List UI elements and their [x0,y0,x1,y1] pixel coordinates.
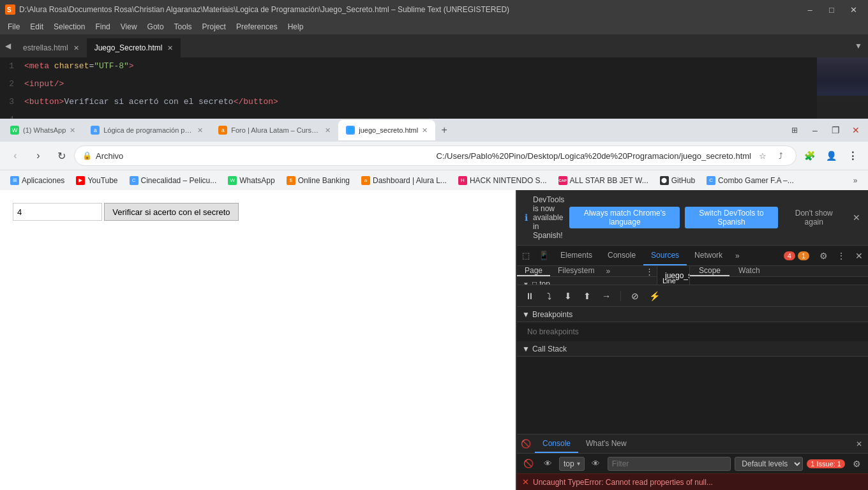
close-logica-tab[interactable]: ✕ [197,126,203,135]
match-language-button[interactable]: Always match Chrome's language [569,207,680,228]
chrome-nav-bar: ‹ › ↻ 🔒 Archivo C:/Users/Pablo%20Pino/De… [0,142,868,170]
bookmark-hack-nintendo[interactable]: H HACK NINTENDO S... [453,173,552,188]
devtools-inspect-icon[interactable]: ⬚ [517,246,535,265]
bookmark-banking[interactable]: $ Online Banking [281,173,355,188]
menu-edit[interactable]: Edit [25,21,49,33]
tab-estrellas[interactable]: estrellas.html ✕ [15,38,87,57]
devtools-more-button[interactable]: ⋮ [832,246,850,265]
console-clear-btn[interactable]: 🚫 [521,456,536,471]
minimize-button[interactable]: – [800,3,819,16]
clear-console-button[interactable]: 🚫 [517,434,535,453]
tab-elements[interactable]: Elements [553,246,600,265]
chrome-restore-btn[interactable]: ❐ [826,121,845,139]
sources-left-menu[interactable]: ⋮ [641,266,657,276]
devtools-device-icon[interactable]: 📱 [535,246,553,265]
reload-button[interactable]: ↻ [51,145,71,166]
bottom-panel: ▼ Breakpoints No breakpoints ▼ Call Stac… [517,306,868,434]
scope-tab[interactable]: Scope [690,266,730,276]
step-over-button[interactable]: ⤵ [541,288,557,304]
pause-exceptions-button[interactable]: ⚡ [647,288,662,304]
tab-left-arrow[interactable]: ◀ [0,34,15,57]
chrome-tab-whatsapp[interactable]: W (1) WhatsApp ✕ [3,120,83,140]
menu-selection[interactable]: Selection [49,21,90,33]
breakpoints-header[interactable]: ▼ Breakpoints [517,307,868,322]
call-stack-label: Call Stack [532,345,567,353]
bookmark-cinecalidad[interactable]: C Cinecalidad – Pelicu... [124,173,222,188]
forward-button[interactable]: › [28,145,49,166]
close-button[interactable]: ✕ [844,3,863,16]
close-console-button[interactable]: ✕ [850,434,868,453]
bookmarks-overflow-button[interactable]: » [848,173,863,188]
tree-item-top[interactable]: ▼ □ top [517,277,657,285]
bookmark-youtube[interactable]: ▶ YouTube [71,173,123,188]
devtools-settings-button[interactable]: ⚙ [814,246,832,265]
devtools-tab-bar: ⬚ 📱 Elements Console Sources Network » 4… [517,246,868,266]
devtools-more-tabs[interactable]: » [730,246,745,265]
menu-tools[interactable]: Tools [169,21,197,33]
whats-new-tab[interactable]: What's New [578,434,634,453]
close-whatsapp-tab[interactable]: ✕ [70,126,75,135]
menu-project[interactable]: Project [197,21,231,33]
share-button[interactable]: ⤴ [773,148,788,163]
bookmark-allstar[interactable]: CAP ALL STAR BB JET W... [553,173,654,188]
watch-tab[interactable]: Watch [730,266,769,276]
chrome-minimize-btn[interactable]: – [805,121,825,139]
back-button[interactable]: ‹ [5,145,26,166]
close-foro-tab[interactable]: ✕ [325,126,331,135]
step-out-button[interactable]: ⬆ [580,288,595,304]
tab-close-juego[interactable]: ✕ [167,44,173,52]
tab-network[interactable]: Network [687,246,730,265]
menu-goto[interactable]: Goto [142,21,169,33]
pause-button[interactable]: ⏸ [522,288,537,304]
chrome-tab-logica[interactable]: a Lógica de programación parte 2: ✕ [83,120,211,140]
console-level-select[interactable]: Default levels [735,457,803,471]
chrome-menu-button[interactable]: ⋮ [842,145,863,166]
close-juego-tab[interactable]: ✕ [422,126,428,135]
page-tab[interactable]: Page [517,266,550,276]
debugger-right-panel: Scope Watch Not paused [689,266,868,285]
chrome-tab-juego[interactable]: 🌐 juego_secreto.html ✕ [338,120,435,140]
console-eye-btn[interactable]: 👁 [540,456,555,471]
devtools-close-button[interactable]: ✕ [850,246,868,265]
chrome-close-btn[interactable]: ✕ [846,121,865,139]
menu-preferences[interactable]: Preferences [231,21,283,33]
extensions-button[interactable]: 🧩 [799,145,819,166]
close-banner-button[interactable]: ✕ [853,212,860,223]
top-level-selector[interactable]: top ▾ [559,457,585,471]
bookmark-whatsapp[interactable]: W WhatsApp [223,173,280,188]
bookmark-github[interactable]: ⬤ GitHub [655,173,700,188]
chrome-ext-btn[interactable]: ⊞ [785,121,804,139]
bookmark-aplicaciones[interactable]: ⊞ Aplicaciones [5,173,70,188]
maximize-button[interactable]: □ [822,3,841,16]
console-filter-input[interactable] [608,457,731,471]
console-settings-eye[interactable]: 👁 [588,456,604,471]
bookmark-dashboard[interactable]: a Dashboard | Alura L... [356,173,452,188]
step-button[interactable]: → [599,288,614,304]
filesystem-tab[interactable]: Filesystem [550,266,602,276]
tab-juego-secreto[interactable]: Juego_Secreto.html ✕ [87,38,181,57]
chrome-tab-foro[interactable]: a Foro | Alura Latam – Cursos onlin... ✕ [211,120,338,140]
bookmark-combo-gamer[interactable]: C Combo Gamer F.A –... [701,173,799,188]
menu-view[interactable]: View [116,21,142,33]
address-bar[interactable]: 🔒 Archivo C:/Users/Pablo%20Pino/Desktop/… [74,145,797,166]
verify-button[interactable]: Verificar si acerto con el secreto [104,203,238,221]
dont-show-again-button[interactable]: Don't show again [783,207,845,228]
menu-file[interactable]: File [3,21,25,33]
tab-overflow-button[interactable]: ▼ [849,34,868,57]
bookmark-star-button[interactable]: ☆ [755,148,770,163]
secret-input[interactable] [13,203,102,221]
tab-console[interactable]: Console [600,246,643,265]
menu-help[interactable]: Help [283,21,309,33]
sources-left-more[interactable]: » [602,266,614,276]
tab-close-estrellas[interactable]: ✕ [73,44,79,52]
console-main-tab[interactable]: Console [535,434,578,453]
console-gear-button[interactable]: ⚙ [849,456,864,471]
call-stack-header[interactable]: ▼ Call Stack [517,341,868,357]
step-into-button[interactable]: ⬇ [560,288,576,304]
switch-spanish-button[interactable]: Switch DevTools to Spanish [685,207,777,228]
profile-button[interactable]: 👤 [821,145,841,166]
tab-sources[interactable]: Sources [643,246,687,265]
deactivate-breakpoints-button[interactable]: ⊘ [627,288,643,304]
menu-find[interactable]: Find [90,21,115,33]
new-tab-button[interactable]: + [435,121,453,139]
